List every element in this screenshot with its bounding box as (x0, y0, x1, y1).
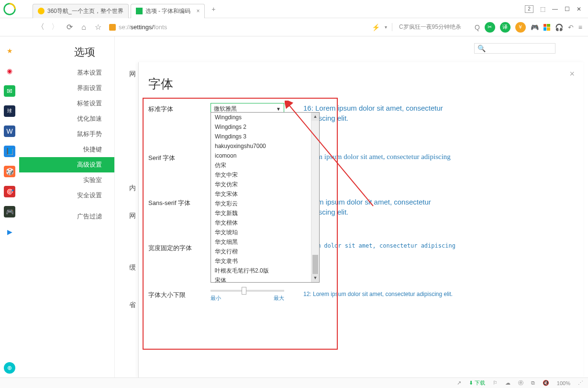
rail-game2[interactable]: 🎯 (4, 186, 15, 197)
close-window-icon[interactable]: ✕ (577, 6, 581, 12)
rail-mail[interactable]: ✉ (4, 85, 15, 97)
maximize-icon[interactable]: ☐ (565, 6, 570, 12)
font-option[interactable]: Wingdings 2 (211, 122, 319, 132)
close-icon[interactable]: × (196, 8, 200, 14)
font-option[interactable]: 仿宋 (211, 160, 319, 170)
settings-sidebar: 选项 基本设置 界面设置 标签设置 优化加速 鼠标手势 快捷键 高级设置 实验室… (19, 36, 115, 377)
resize-grip-icon[interactable]: ⋰ (578, 380, 583, 386)
rail-play[interactable]: ▶ (4, 226, 15, 238)
status-globe-icon[interactable]: ⓔ (518, 379, 523, 387)
font-option[interactable]: 宋体 (211, 275, 319, 282)
rail-word[interactable]: W (4, 126, 15, 137)
settings-search[interactable]: 🔍 (474, 43, 555, 54)
font-option[interactable]: 华文宋体 (211, 189, 319, 199)
font-option[interactable]: 华文新魏 (211, 208, 319, 218)
font-option[interactable]: 华文仿宋 (211, 180, 319, 189)
slider-min-label: 最小 (211, 295, 221, 302)
skin-icon[interactable]: ⬚ (540, 6, 545, 12)
nav-advanced[interactable]: 高级设置 (19, 157, 114, 172)
min-font-row: 字体大小下限 最小 最大 12: Lorem ipsum dolor sit a… (139, 287, 583, 302)
url-path: settings/ (131, 23, 154, 31)
font-option[interactable]: 华文彩云 (211, 199, 319, 208)
headphones-icon[interactable]: 🎧 (555, 23, 563, 31)
coin-icon[interactable]: ￥ (515, 22, 526, 33)
left-rail: ★ ◉ ✉ 球 W 📘 🎲 🎯 🎮 ▶ (0, 36, 19, 377)
tab-360nav[interactable]: 360导航_一个主页，整个世界 (33, 4, 129, 18)
star-icon[interactable]: ☆ (91, 23, 105, 32)
gamepad-icon[interactable]: 🎮 (531, 23, 539, 31)
tab-settings-fonts[interactable]: 选项 - 字体和编码 × (131, 4, 205, 18)
scroll-down-icon[interactable]: ▼ (311, 274, 319, 282)
nav-shortcut[interactable]: 快捷键 (19, 142, 114, 157)
back-icon[interactable]: 〈 (33, 22, 48, 32)
shield-icon (109, 24, 116, 31)
home-icon[interactable]: ⌂ (77, 23, 91, 32)
font-option[interactable]: hakuyoxingshu7000 (211, 141, 319, 151)
search-icon: 🔍 (477, 45, 486, 52)
font-option[interactable]: 叶根友毛笔行书2.0版 (211, 266, 319, 275)
status-rocket-icon[interactable]: ↗ (457, 380, 461, 386)
reload-icon[interactable]: ⟳ (62, 23, 77, 32)
font-option[interactable]: 华文中宋 (211, 170, 319, 180)
assistant-icon[interactable]: ⊕ (4, 362, 15, 374)
rail-ball[interactable]: 球 (4, 105, 15, 117)
font-option[interactable]: 华文琥珀 (211, 228, 319, 237)
font-option[interactable]: Wingdings 3 (211, 132, 319, 141)
download-icon[interactable]: ⬇ 下载 (469, 379, 485, 387)
status-mute-icon[interactable]: 🔇 (543, 380, 549, 386)
url-input[interactable]: se://settings/fonts (109, 23, 167, 31)
rail-fav[interactable]: ★ (4, 45, 15, 57)
preview-min-font: 12: Lorem ipsum dolor sit amet, consecte… (303, 290, 458, 298)
status-cloud-icon[interactable]: ☁ (505, 380, 510, 386)
flash-icon[interactable]: ⚡ (372, 23, 380, 31)
minimize-icon[interactable]: — (552, 6, 558, 12)
nav-tabs[interactable]: 标签设置 (19, 96, 114, 111)
rail-game3[interactable]: 🎮 (4, 206, 15, 217)
font-option[interactable]: Wingdings (211, 113, 319, 122)
scissors-icon[interactable]: ✂ (485, 22, 495, 33)
font-option[interactable]: icomoon (211, 151, 319, 160)
title-bar: 360导航_一个主页，整个世界 选项 - 字体和编码 × + 2 ⬚ — ☐ ✕ (0, 0, 588, 18)
font-option[interactable]: 华文隶书 (211, 256, 319, 266)
font-modal: × 字体 标准字体 微软雅黑 ▼ 16: Lorem ipsum dolor s… (138, 62, 583, 378)
slider-max-label: 最大 (274, 295, 284, 302)
rail-book[interactable]: 📘 (4, 146, 15, 157)
forward-icon[interactable]: 〉 (48, 22, 62, 32)
font-option[interactable]: 华文楷体 (211, 218, 319, 228)
nav-mouse[interactable]: 鼠标手势 (19, 126, 114, 142)
font-size-slider[interactable] (211, 290, 284, 292)
label-serif-font: Serif 字体 (148, 152, 211, 162)
nav-security[interactable]: 安全设置 (19, 188, 114, 203)
label-standard-font: 标准字体 (148, 103, 211, 114)
status-flag-icon[interactable]: ⚐ (493, 380, 498, 386)
dropdown-icon[interactable]: ▾ (385, 24, 387, 30)
nav-lab[interactable]: 实验室 (19, 172, 114, 188)
rail-game1[interactable]: 🎲 (4, 166, 15, 177)
nav-speed[interactable]: 优化加速 (19, 111, 114, 126)
nav-basic[interactable]: 基本设置 (19, 65, 114, 80)
slider-thumb[interactable] (242, 287, 246, 295)
status-copy-icon[interactable]: ⧉ (531, 380, 535, 386)
nav-ui[interactable]: 界面设置 (19, 80, 114, 96)
search-icon[interactable]: Q (475, 23, 480, 31)
window-count[interactable]: 2 (525, 5, 533, 13)
translate-icon[interactable]: 译 (500, 22, 510, 33)
tab-title: 选项 - 字体和编码 (145, 7, 191, 15)
rail-weibo[interactable]: ◉ (4, 65, 15, 77)
font-dropdown-list[interactable]: WingdingsWingdings 2Wingdings 3hakuyoxin… (211, 112, 320, 283)
undo-icon[interactable]: ↶ (568, 23, 574, 31)
select-value: 微软雅黑 (214, 105, 237, 113)
close-icon[interactable]: × (569, 69, 575, 79)
nav-adblock[interactable]: 广告过滤 (19, 209, 114, 224)
scroll-thumb[interactable] (312, 255, 318, 274)
scrollbar[interactable]: ▲ ▼ (311, 113, 319, 282)
hot-search-text[interactable]: C罗疯狂一夜95分钟绝杀 (392, 23, 470, 31)
font-option[interactable]: 华文行楷 (211, 247, 319, 256)
scroll-up-icon[interactable]: ▲ (311, 113, 319, 121)
menu-icon[interactable]: ≡ (578, 23, 582, 31)
font-option[interactable]: 华文细黑 (211, 237, 319, 247)
zoom-level[interactable]: 100% (557, 380, 570, 386)
add-tab-button[interactable]: + (208, 5, 219, 13)
address-bar: 〈 〉 ⟳ ⌂ ☆ se://settings/fonts ⚡ ▾ C罗疯狂一夜… (0, 18, 588, 36)
apps-grid-icon[interactable] (544, 24, 550, 31)
